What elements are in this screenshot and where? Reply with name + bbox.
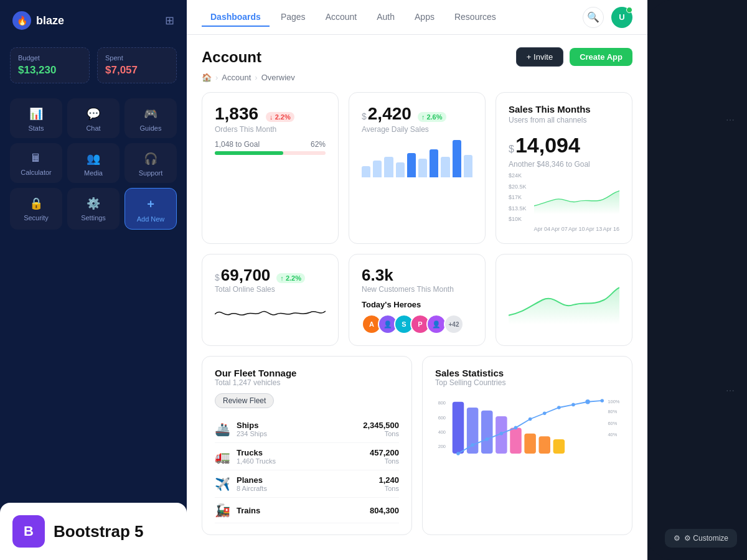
- trains-icon: 🚂: [215, 503, 230, 518]
- top-nav: Dashboards Pages Account Auth Apps Resou…: [187, 0, 647, 35]
- daily-value: 2,420: [368, 104, 411, 124]
- svg-text:800: 800: [438, 400, 446, 406]
- svg-rect-6: [481, 411, 493, 454]
- sidebar-item-media[interactable]: 👥 Media: [67, 143, 120, 183]
- media-label: Media: [84, 169, 103, 177]
- breadcrumb-home: 🏠: [202, 73, 212, 82]
- bootstrap-icon: B: [12, 515, 45, 548]
- planes-info: Planes 8 Aircrafts: [237, 475, 372, 492]
- customize-icon: ⚙: [674, 534, 680, 543]
- stats-row-1: 1,836 ↓ 2.2% Orders This Month 1,048 to …: [202, 92, 632, 244]
- budget-amount: $13,230: [18, 64, 82, 77]
- stats-row-2: $ 69,700 ↑ 2.2% Total Online Sales 6.3k …: [202, 254, 632, 346]
- svg-point-18: [543, 411, 547, 415]
- nav-dashboards[interactable]: Dashboards: [202, 8, 270, 27]
- ships-sub: 234 Ships: [237, 430, 357, 437]
- main-content: Dashboards Pages Account Auth Apps Resou…: [187, 0, 647, 560]
- heroes-section: Today's Heroes A 👤 S P 👤 +42: [362, 300, 472, 334]
- mini-bar-chart: [362, 140, 472, 177]
- spent-card: Spent $7,057: [97, 47, 177, 83]
- sales-title: Sales This Months: [509, 104, 619, 114]
- progress-bar-bg: [215, 151, 326, 155]
- progress-pct: 62%: [311, 140, 326, 149]
- guides-label: Guides: [140, 124, 162, 132]
- review-fleet-button[interactable]: Review Fleet: [215, 393, 274, 408]
- sales-chart-card: [496, 254, 632, 346]
- support-label: Support: [139, 169, 163, 177]
- fleet-row-trucks: 🚛 Trucks 1,460 Trucks 457,200 Tons: [215, 443, 399, 470]
- orders-value: 1,836: [215, 104, 258, 124]
- x-apr16: Apr 16: [603, 226, 619, 232]
- progress-goal-label: 1,048 to Goal: [215, 140, 260, 149]
- y-label-13k: $13.5K: [509, 205, 527, 212]
- content-area: Account + Invite Create App 🏠 › Account …: [187, 35, 647, 560]
- panel-icon-top: ⋯: [726, 115, 735, 125]
- sidebar-item-settings[interactable]: ⚙️ Settings: [67, 188, 120, 230]
- trucks-val: 457,200 Tons: [370, 448, 399, 465]
- sidebar-header: 🔥 blaze ⊞: [0, 0, 187, 41]
- nav-links: Dashboards Pages Account Auth Apps Resou…: [202, 8, 505, 27]
- trains-info: Trains: [237, 506, 364, 515]
- fleet-card: Our Fleet Tonnage Total 1,247 vehicles R…: [202, 356, 412, 535]
- svg-rect-10: [539, 436, 551, 454]
- heroes-title: Today's Heroes: [362, 300, 472, 309]
- sidebar-item-guides[interactable]: 🎮 Guides: [125, 98, 177, 138]
- calculator-icon: 🖩: [31, 152, 42, 165]
- ships-icon: 🚢: [215, 422, 230, 437]
- search-button[interactable]: 🔍: [583, 7, 604, 28]
- fleet-row-planes: ✈️ Planes 8 Aircrafts 1,240 Tons: [215, 470, 399, 498]
- logo: 🔥 blaze: [12, 11, 64, 30]
- customers-value: 6.3k: [362, 266, 472, 285]
- sales-stats-card: Sales Statistics Top Selling Countries 8…: [422, 356, 632, 535]
- orders-progress: 1,048 to Goal 62%: [215, 140, 326, 155]
- nav-apps[interactable]: Apps: [406, 8, 443, 27]
- planes-num: 1,240: [378, 475, 399, 485]
- sales-main-value: 14,094: [515, 133, 580, 157]
- nav-pages[interactable]: Pages: [272, 8, 314, 27]
- create-app-button[interactable]: Create App: [570, 48, 632, 66]
- svg-rect-9: [524, 434, 536, 454]
- sidebar-item-security[interactable]: 🔒 Security: [10, 188, 62, 230]
- bar-8: [441, 157, 449, 177]
- svg-point-12: [456, 452, 460, 455]
- sidebar-item-calculator[interactable]: 🖩 Calculator: [10, 143, 62, 183]
- online-indicator: [626, 7, 632, 13]
- svg-text:400: 400: [438, 429, 446, 435]
- nav-auth[interactable]: Auth: [368, 8, 403, 27]
- sidebar-item-stats[interactable]: 📊 Stats: [10, 98, 62, 138]
- nav-resources[interactable]: Resources: [446, 8, 505, 27]
- svg-text:80%: 80%: [608, 409, 618, 414]
- svg-rect-8: [510, 427, 522, 454]
- menu-icon[interactable]: ⊞: [165, 14, 174, 27]
- bar-10: [464, 155, 472, 177]
- sidebar-item-support[interactable]: 🎧 Support: [125, 143, 177, 183]
- hero-count: +42: [444, 314, 464, 334]
- customize-button[interactable]: ⚙ ⚙ Customize: [665, 529, 737, 548]
- daily-label: Average Daily Sales: [362, 125, 472, 134]
- trains-val: 804,300: [370, 506, 399, 515]
- svg-point-21: [585, 399, 590, 404]
- trucks-icon: 🚛: [215, 449, 230, 464]
- user-avatar[interactable]: U: [611, 7, 632, 28]
- security-label: Security: [24, 214, 49, 222]
- svg-text:200: 200: [438, 444, 446, 449]
- bar-1: [362, 166, 370, 177]
- sidebar-item-chat[interactable]: 💬 Chat: [67, 98, 120, 138]
- nav-account[interactable]: Account: [317, 8, 366, 27]
- wave-chart: [215, 299, 326, 330]
- page-header: Account + Invite Create App: [202, 47, 632, 67]
- sidebar: 🔥 blaze ⊞ Budget $13,230 Spent $7,057 📊 …: [0, 0, 187, 560]
- online-value: 69,700: [221, 266, 271, 285]
- customize-label: ⚙ Customize: [684, 534, 728, 543]
- chat-label: Chat: [86, 124, 100, 132]
- trucks-name: Trucks: [237, 448, 364, 457]
- sales-goal: Another $48,346 to Goal: [509, 160, 619, 169]
- svg-point-14: [485, 437, 489, 441]
- x-apr07: Apr 07: [551, 226, 568, 232]
- online-label: Total Online Sales: [215, 285, 326, 294]
- sidebar-item-add-new[interactable]: + Add New: [125, 188, 177, 230]
- invite-button[interactable]: + Invite: [516, 47, 563, 67]
- y-label-17k: $17K: [509, 194, 527, 200]
- heroes-avatars: A 👤 S P 👤 +42: [362, 314, 472, 334]
- orders-badge: ↓ 2.2%: [266, 112, 294, 122]
